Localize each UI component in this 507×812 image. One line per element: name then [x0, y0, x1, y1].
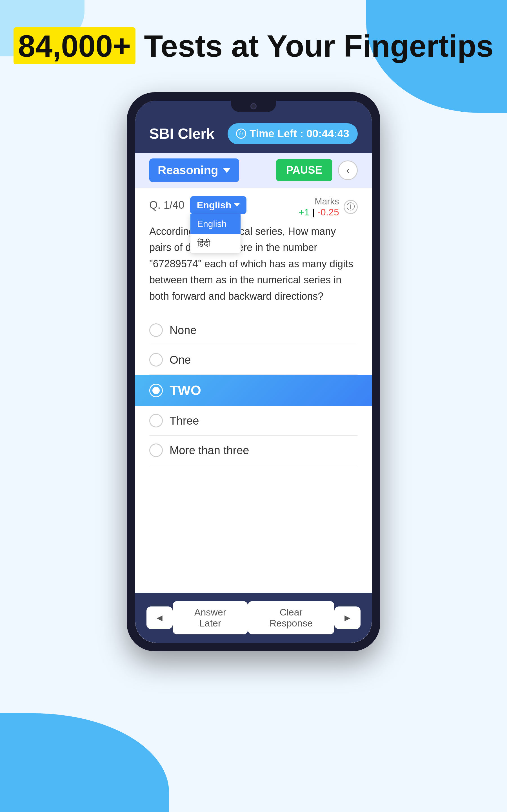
language-arrow	[234, 203, 240, 207]
marks-separator: |	[312, 207, 317, 217]
hero-highlight: 84,000+	[13, 28, 135, 64]
exam-name: SBI Clerk	[149, 125, 214, 142]
prev-button[interactable]: ◄	[147, 606, 173, 629]
option-text-none: None	[170, 324, 196, 337]
subject-right: PAUSE ‹	[276, 159, 358, 181]
radio-two	[149, 384, 163, 397]
timer-icon: ⏱	[236, 129, 246, 139]
phone-screen: SBI Clerk ⏱ Time Left : 00:44:43 Reasoni…	[135, 101, 372, 643]
question-left: Q. 1/40 English English हिंदी	[149, 196, 246, 214]
question-text: According to numerical series, How many …	[149, 223, 358, 305]
radio-three	[149, 414, 163, 427]
pause-button[interactable]: PAUSE	[276, 159, 332, 181]
phone-notch	[231, 101, 276, 112]
marks-negative: -0.25	[318, 207, 339, 217]
option-more-than-three[interactable]: More than three	[149, 436, 358, 465]
option-text-three: Three	[170, 414, 199, 427]
phone-frame: SBI Clerk ⏱ Time Left : 00:44:43 Reasoni…	[127, 92, 380, 652]
hero-title: 84,000+ Tests at Your Fingertips	[13, 28, 494, 64]
marks-label: Marks	[298, 196, 339, 207]
option-text-two: TWO	[170, 383, 201, 398]
back-icon: ‹	[346, 165, 349, 175]
language-selected: English	[197, 200, 231, 211]
clear-response-button[interactable]: Clear Response	[248, 601, 334, 635]
marks-values: +1 | -0.25	[298, 207, 339, 218]
marks-info: Marks +1 | -0.25	[298, 196, 339, 218]
info-icon[interactable]: ⓘ	[344, 200, 358, 214]
lang-option-hindi[interactable]: हिंदी	[190, 234, 240, 253]
option-three[interactable]: Three	[149, 406, 358, 436]
back-button[interactable]: ‹	[338, 160, 358, 180]
language-button[interactable]: English	[190, 196, 247, 214]
timer-badge: ⏱ Time Left : 00:44:43	[228, 123, 358, 144]
subject-bar: Reasoning PAUSE ‹	[135, 153, 372, 188]
radio-more-than-three	[149, 444, 163, 457]
subject-label: Reasoning	[158, 163, 218, 177]
option-one[interactable]: One	[149, 345, 358, 375]
option-text-more-than-three: More than three	[170, 444, 249, 457]
marks-positive: +1	[298, 207, 309, 217]
marks-section: Marks +1 | -0.25 ⓘ	[298, 196, 358, 218]
lang-option-english[interactable]: English	[190, 214, 240, 234]
radio-one	[149, 353, 163, 366]
option-text-one: One	[170, 354, 191, 366]
phone-camera	[250, 103, 257, 109]
next-button[interactable]: ►	[334, 606, 360, 629]
question-meta: Q. 1/40 English English हिंदी	[149, 196, 358, 218]
radio-none	[149, 323, 163, 337]
subject-dropdown-arrow	[223, 168, 231, 173]
question-area: Q. 1/40 English English हिंदी	[135, 188, 372, 643]
options-list: None One TWO	[149, 315, 358, 465]
bottom-nav: ◄ Answer Later Clear Response ►	[135, 593, 372, 643]
question-number: Q. 1/40	[149, 199, 184, 211]
phone-wrapper: SBI Clerk ⏱ Time Left : 00:44:43 Reasoni…	[127, 92, 380, 652]
option-two[interactable]: TWO	[135, 375, 372, 406]
subject-dropdown[interactable]: Reasoning	[149, 158, 239, 182]
timer-text: Time Left : 00:44:43	[249, 128, 349, 140]
bg-blob-bottom-left	[0, 713, 169, 812]
answer-later-button[interactable]: Answer Later	[173, 601, 248, 635]
language-menu: English हिंदी	[190, 214, 241, 253]
language-dropdown: English English हिंदी	[190, 196, 247, 214]
option-none[interactable]: None	[149, 315, 358, 345]
